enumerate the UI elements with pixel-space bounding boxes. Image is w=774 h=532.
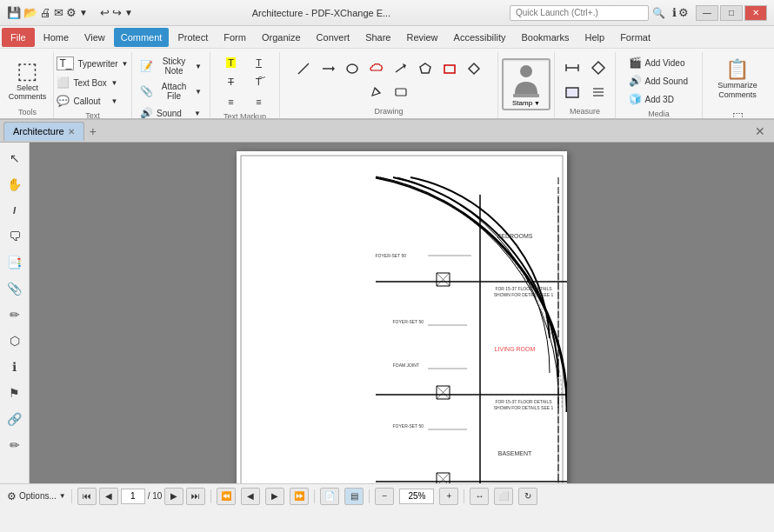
search-input[interactable] (510, 5, 649, 21)
email-icon[interactable]: ✉ (54, 6, 63, 19)
add-sound-button[interactable]: 🔊 Add Sound (624, 72, 694, 90)
menu-help[interactable]: Help (578, 28, 612, 47)
rect-button[interactable] (438, 58, 461, 79)
sound-button[interactable]: 🔊 Sound ▼ (136, 104, 205, 120)
polyline-button[interactable] (463, 58, 485, 79)
options-button[interactable]: ⚙ Options... ▼ (7, 490, 66, 502)
pencil-button[interactable] (365, 81, 388, 102)
settings2-icon[interactable]: ⚙ (678, 6, 689, 19)
sidebar-layers-button[interactable]: ⬡ (3, 329, 27, 353)
measure-area-button[interactable] (560, 81, 584, 103)
polygon-button[interactable] (414, 58, 437, 79)
menu-organize[interactable]: Organize (255, 28, 308, 47)
menu-review[interactable]: Review (399, 28, 444, 47)
measure-distance-button[interactable] (560, 57, 584, 79)
add-3d-button[interactable]: 🧊 Add 3D (624, 90, 694, 108)
current-page-input[interactable] (121, 489, 145, 504)
undo-dropdown[interactable]: ▼ (124, 8, 133, 17)
close-tab-button[interactable]: ✕ (68, 127, 75, 136)
redo-icon[interactable]: ↪ (112, 6, 122, 19)
sidebar-select-text-button[interactable]: I (3, 198, 27, 223)
menu-share[interactable]: Share (358, 28, 397, 47)
select-comments-button[interactable]: ⬚ SelectComments (4, 54, 51, 106)
page-next-button[interactable]: ▶ (164, 488, 183, 505)
search-icon[interactable]: 🔍 (652, 7, 665, 19)
sidebar-properties-button[interactable]: ℹ (3, 355, 27, 379)
sidebar-cursor-button[interactable]: ↖ (3, 146, 27, 170)
fastforward-button[interactable]: ⏩ (290, 488, 309, 505)
doc-view[interactable]: FLOOR PLAN (30, 143, 774, 483)
text-markup-replace[interactable]: ≡ (218, 93, 244, 110)
page-first-button[interactable]: ⏮ (77, 488, 97, 505)
text-box-button[interactable]: ⬜ Text Box ▼ (52, 74, 122, 91)
save-icon[interactable]: 💾 (7, 6, 21, 19)
zoom-level-input[interactable] (399, 489, 434, 504)
text-markup-squiggly[interactable]: T͠ (246, 73, 272, 91)
cloud-button[interactable] (365, 58, 388, 79)
oval-button[interactable] (341, 58, 364, 79)
maximize-button[interactable]: □ (720, 5, 743, 21)
stamp-button[interactable]: Stamp ▼ (502, 58, 550, 110)
fit-page-button[interactable]: ⬜ (494, 488, 513, 505)
sidebar-comments-button[interactable]: 🗨 (3, 224, 27, 249)
open-icon[interactable]: 📂 (23, 6, 37, 19)
text-markup-strikeout[interactable]: T (218, 73, 244, 90)
measure-perimeter-button[interactable] (586, 57, 611, 79)
manage-btn-1[interactable]: ⬚ (728, 106, 748, 120)
menu-accessibility[interactable]: Accessibility (447, 28, 513, 47)
attach-file-button[interactable]: 📎 Attach File ▼ (136, 79, 206, 103)
sidebar-signatures-button[interactable]: ✏ (3, 303, 27, 327)
rewind-button[interactable]: ⏪ (217, 488, 236, 505)
arrow2-button[interactable] (390, 58, 412, 79)
measure-options-button[interactable] (586, 81, 611, 103)
text-markup-underline[interactable]: T (246, 54, 272, 71)
menu-protect[interactable]: Protect (170, 28, 215, 47)
menu-view[interactable]: View (77, 28, 112, 47)
page-prev-button[interactable]: ◀ (99, 488, 118, 505)
text-markup-highlight[interactable]: T (218, 54, 244, 71)
new-tab-button[interactable]: + (84, 123, 102, 140)
close-all-button[interactable]: ✕ (750, 123, 771, 140)
menu-comment[interactable]: Comment (114, 28, 170, 47)
sep5 (464, 489, 464, 503)
dropdown-icon[interactable]: ▼ (79, 8, 88, 17)
info-icon[interactable]: ℹ (672, 6, 677, 19)
sep4 (369, 489, 370, 503)
sidebar-destinations-button[interactable]: ⚑ (3, 381, 27, 405)
menu-home[interactable]: Home (37, 28, 76, 47)
arrow-button[interactable] (317, 58, 339, 79)
eraser-button[interactable] (390, 81, 412, 102)
rotate-button[interactable]: ↻ (518, 488, 537, 505)
menu-bookmarks[interactable]: Bookmarks (514, 28, 576, 47)
view-single-button[interactable]: 📄 (320, 488, 339, 505)
close-button[interactable]: ✕ (744, 5, 767, 21)
print-icon[interactable]: 🖨 (40, 6, 51, 19)
zoom-out-button[interactable]: − (375, 488, 394, 505)
text-markup-insert[interactable]: ≡ (246, 93, 272, 110)
callout-button[interactable]: 💬 Callout ▼ (52, 92, 122, 110)
add-video-button[interactable]: 🎬 Add Video (624, 54, 694, 71)
zoom-in-button[interactable]: + (439, 488, 458, 505)
fit-width-button[interactable]: ↔ (470, 488, 489, 505)
typewriter-button[interactable]: T_ Typewriter ▼ (52, 54, 132, 73)
minimize-button[interactable]: — (696, 5, 718, 21)
sidebar-links-button[interactable]: 🔗 (3, 407, 27, 431)
menu-convert[interactable]: Convert (310, 28, 357, 47)
doc-tab-architecture[interactable]: Architecture ✕ (3, 122, 84, 141)
page-last-button[interactable]: ⏭ (186, 488, 205, 505)
forward-button[interactable]: ▶ (265, 488, 284, 505)
undo-icon[interactable]: ↩ (100, 6, 110, 19)
menu-file[interactable]: File (2, 28, 35, 47)
line-button[interactable] (292, 58, 315, 79)
back-button[interactable]: ◀ (241, 488, 260, 505)
sidebar-edit-button[interactable]: ✏ (3, 433, 27, 457)
view-continuous-button[interactable]: ▤ (344, 488, 364, 505)
sticky-note-button[interactable]: 📝 Sticky Note ▼ (136, 54, 206, 78)
sidebar-bookmarks-button[interactable]: 📑 (3, 250, 27, 275)
menu-form[interactable]: Form (217, 28, 253, 47)
menu-format[interactable]: Format (613, 28, 657, 47)
sidebar-hand-button[interactable]: ✋ (3, 172, 27, 196)
summarize-comments-button[interactable]: 📋 SummarizeComments (713, 54, 762, 104)
settings-icon[interactable]: ⚙ (66, 6, 77, 19)
sidebar-attachments-button[interactable]: 📎 (3, 276, 27, 301)
